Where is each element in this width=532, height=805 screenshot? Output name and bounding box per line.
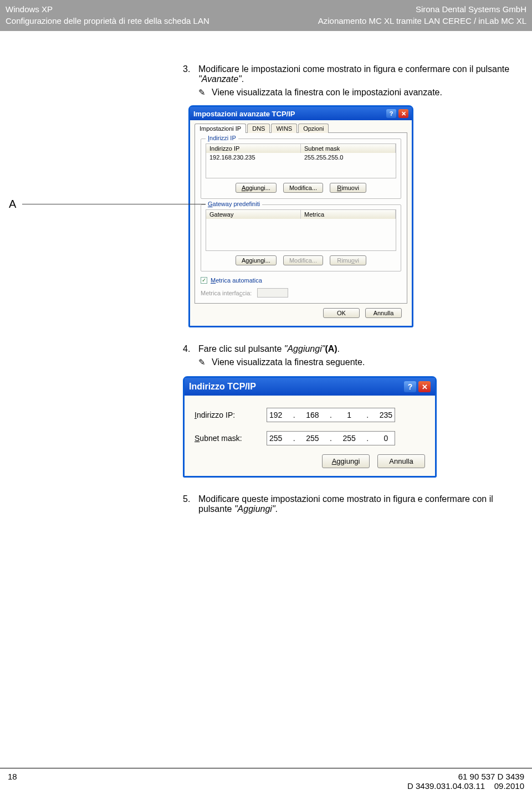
page-footer: 18 61 90 537 D 3439 D 3439.031.04.03.11 …	[0, 768, 532, 798]
metric-interface-row: Metrica interfaccia:	[201, 288, 401, 298]
mask-field-row: Subnet mask: 255. 255. 255. 0	[195, 431, 425, 445]
ip-list-row[interactable]: 192.168.230.235 255.255.255.0	[206, 153, 396, 178]
ip-label: Indirizzo IP:	[195, 411, 267, 419]
ip-remove-button[interactable]: Rimuovi	[330, 183, 366, 193]
val-mask: 255.255.255.0	[301, 153, 396, 178]
dialog-advanced-tcpip: Impostazioni avanzate TCP/IP ? ✕ Imposta…	[188, 105, 413, 327]
step-3: 3. Modificare le impostazioni come mostr…	[183, 64, 510, 84]
col-ip: Indirizzo IP	[206, 144, 301, 153]
hdr-left-bottom: Configurazione delle proprietà di rete d…	[6, 15, 209, 27]
gw-add-button[interactable]: Aggiungi...	[236, 255, 277, 265]
hdr-left-top: Windows XP	[6, 3, 53, 15]
result-3: ✎ Viene visualizzata la finestra con le …	[198, 88, 510, 98]
val-ip: 192.168.230.235	[206, 153, 301, 178]
dialog2-titlebar: Indirizzo TCP/IP ? ✕	[185, 378, 435, 396]
close-icon[interactable]: ✕	[398, 109, 408, 118]
group-ip-addresses: IIndirizzi IPndirizzi IP Indirizzo IP Su…	[201, 139, 401, 199]
ip-add-button[interactable]: Aggiungi...	[236, 183, 277, 193]
hdr-right-bottom: Azionamento MC XL tramite LAN CEREC / in…	[318, 15, 526, 27]
ip-field-row: Indirizzo IP: 192. 168. 1. 235	[195, 408, 425, 422]
dlg2-cancel-button[interactable]: Annulla	[377, 454, 425, 468]
step-4-num: 4.	[183, 344, 198, 354]
tab-options[interactable]: Opzioni	[298, 124, 329, 133]
step-4-text: Fare clic sul pulsante "Aggiungi"(A).	[198, 344, 510, 354]
step-4: 4. Fare clic sul pulsante "Aggiungi"(A).	[183, 344, 510, 354]
step-3-text: Modificare le impostazioni come mostrato…	[198, 64, 510, 84]
group-gateways: Gateway predefiniti Gateway Metrica Aggi…	[201, 204, 401, 271]
col-gateway: Gateway	[206, 210, 301, 219]
mask-input[interactable]: 255. 255. 255. 0	[267, 431, 395, 445]
gw-list-row[interactable]	[206, 219, 396, 251]
page-header: Windows XP Sirona Dental Systems GmbH Co…	[0, 0, 532, 31]
dialog1-titlebar: Impostazioni avanzate TCP/IP ? ✕	[190, 107, 412, 120]
gw-remove-button: Rimuovi	[330, 255, 366, 265]
group-gw-label: Gateway predefiniti	[206, 201, 262, 207]
dialog2-title: Indirizzo TCP/IP	[189, 382, 256, 392]
arrow-icon: ✎	[198, 88, 212, 98]
metric-interface-input	[257, 288, 288, 298]
checkmark-icon: ✓	[201, 277, 207, 284]
help-icon[interactable]: ?	[386, 109, 396, 118]
dialog1-title: Impostazioni avanzate TCP/IP	[193, 110, 295, 118]
step-5: 5. Modificare queste impostazioni come m…	[183, 494, 510, 514]
mask-label: Subnet mask:	[195, 434, 267, 443]
tab-dns[interactable]: DNS	[247, 124, 270, 133]
result-4: ✎ Viene visualizzata la finestra seguent…	[198, 357, 510, 367]
ip-modify-button[interactable]: Modifica...	[283, 183, 323, 193]
ip-input[interactable]: 192. 168. 1. 235	[267, 408, 395, 422]
gw-list-header: Gateway Metrica	[206, 209, 396, 219]
dlg1-ok-button[interactable]: OK	[323, 308, 360, 318]
footer-code1: 61 90 537 D 3439	[407, 772, 524, 781]
col-metric: Metrica	[301, 210, 396, 219]
tabs: Impostazioni IP DNS WINS Opzioni	[195, 124, 407, 133]
dlg2-add-button[interactable]: Aggiungi	[322, 454, 370, 468]
tab-ip-settings[interactable]: Impostazioni IP	[195, 124, 246, 133]
tab-wins[interactable]: WINS	[271, 124, 297, 133]
close-icon[interactable]: ✕	[418, 381, 431, 392]
help-icon[interactable]: ?	[404, 381, 416, 392]
ip-list-header: Indirizzo IP Subnet mask	[206, 143, 396, 153]
footer-date: 09.2010	[494, 781, 524, 791]
dialog-tcpip-address: Indirizzo TCP/IP ? ✕ Indirizzo IP: 192. …	[183, 376, 437, 478]
auto-metric-checkbox[interactable]: ✓ Metrica automatica	[201, 277, 401, 284]
footer-code2: D 3439.031.04.03.11	[407, 781, 485, 791]
hdr-right-top: Sirona Dental Systems GmbH	[416, 3, 526, 15]
callout-a-label: A	[9, 198, 16, 211]
step-5-text: Modificare queste impostazioni come most…	[198, 494, 510, 514]
arrow-icon: ✎	[198, 357, 212, 367]
dlg1-cancel-button[interactable]: Annulla	[365, 308, 402, 318]
step-3-num: 3.	[183, 64, 198, 84]
col-mask: Subnet mask	[301, 144, 396, 153]
metric-if-label: Metrica interfaccia:	[201, 290, 252, 296]
page-number: 18	[8, 772, 17, 791]
group-ip-label: IIndirizzi IPndirizzi IP	[206, 135, 238, 141]
gw-modify-button: Modifica...	[283, 255, 323, 265]
step-5-num: 5.	[183, 494, 198, 514]
